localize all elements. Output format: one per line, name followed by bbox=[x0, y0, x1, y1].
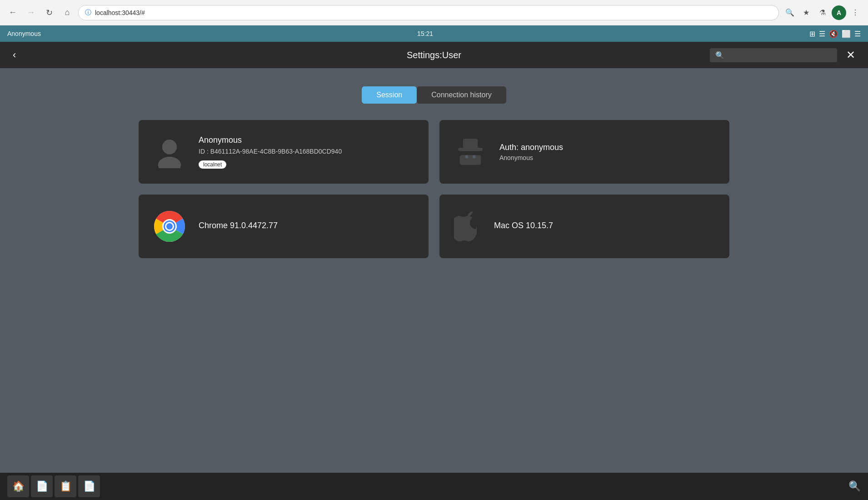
main-content: Session Connection history Anonymous ID … bbox=[0, 68, 868, 473]
svg-point-6 bbox=[473, 155, 476, 158]
user-id: ID : B461112A-98AE-4C8B-9B63-A168BD0CD94… bbox=[199, 147, 414, 156]
os-name: Mac OS 10.15.7 bbox=[494, 221, 715, 230]
app-title: Settings:User bbox=[407, 50, 461, 60]
header-right: 🔍 ✕ bbox=[710, 47, 859, 63]
os-icon-list[interactable]: ☰ bbox=[819, 30, 825, 38]
search-input[interactable] bbox=[728, 51, 832, 59]
svg-point-5 bbox=[465, 155, 468, 158]
taskbar-home[interactable]: 🏠 bbox=[7, 475, 29, 497]
tab-connection-history[interactable]: Connection history bbox=[417, 86, 506, 104]
zoom-button[interactable]: 🔍 bbox=[783, 5, 797, 20]
os-bar: Anonymous 15:21 ⊞ ☰ 🔇 ⬜ ☰ bbox=[0, 25, 868, 42]
user-name: Anonymous bbox=[199, 135, 414, 145]
os-icon-window[interactable]: ⬜ bbox=[842, 30, 851, 38]
cards-grid: Anonymous ID : B461112A-98AE-4C8B-9B63-A… bbox=[139, 120, 729, 258]
taskbar-doc3[interactable]: 📄 bbox=[78, 475, 100, 497]
browser-card-content: Chrome 91.0.4472.77 bbox=[199, 221, 414, 232]
svg-rect-4 bbox=[460, 155, 481, 165]
tab-bar: Session Connection history bbox=[36, 86, 832, 104]
url-text: localhost:30443/# bbox=[95, 9, 145, 16]
svg-point-0 bbox=[162, 140, 177, 154]
reload-button[interactable]: ↻ bbox=[42, 5, 56, 20]
taskbar-doc1[interactable]: 📄 bbox=[31, 475, 53, 497]
os-card-content: Mac OS 10.15.7 bbox=[494, 221, 715, 232]
browser-card: Chrome 91.0.4472.77 bbox=[139, 195, 429, 258]
address-bar[interactable]: ⓘ localhost:30443/# bbox=[78, 5, 779, 20]
back-button[interactable]: ← bbox=[5, 5, 20, 20]
bookmark-button[interactable]: ★ bbox=[799, 5, 813, 20]
auth-title: Auth: anonymous bbox=[499, 143, 715, 152]
chrome-icon bbox=[153, 210, 186, 243]
browser-name: Chrome 91.0.4472.77 bbox=[199, 221, 414, 230]
menu-button[interactable]: ⋮ bbox=[848, 5, 863, 20]
os-icon-mute[interactable]: 🔇 bbox=[829, 30, 838, 38]
os-user-label: Anonymous bbox=[7, 30, 41, 37]
forward-button[interactable]: → bbox=[24, 5, 38, 20]
user-card-content: Anonymous ID : B461112A-98AE-4C8B-9B63-A… bbox=[199, 135, 414, 169]
spy-icon bbox=[454, 135, 487, 168]
app-header: ‹ Settings:User 🔍 ✕ bbox=[0, 42, 868, 68]
svg-rect-3 bbox=[463, 139, 478, 149]
user-icon bbox=[153, 135, 186, 168]
browser-chrome: ← → ↻ ⌂ ⓘ localhost:30443/# 🔍 ★ ⚗ A ⋮ bbox=[0, 0, 868, 25]
os-icon-menu[interactable]: ☰ bbox=[854, 30, 861, 38]
os-icon-grid[interactable]: ⊞ bbox=[809, 30, 815, 38]
os-card: Mac OS 10.15.7 bbox=[439, 195, 729, 258]
apple-icon bbox=[454, 210, 481, 243]
os-time: 15:21 bbox=[41, 30, 809, 37]
search-box[interactable]: 🔍 bbox=[710, 48, 837, 62]
taskbar-search-icon[interactable]: 🔍 bbox=[848, 480, 861, 492]
auth-subtitle: Anonymous bbox=[499, 154, 715, 161]
close-button[interactable]: ✕ bbox=[843, 47, 859, 63]
app-back-button[interactable]: ‹ bbox=[9, 47, 20, 63]
auth-card-content: Auth: anonymous Anonymous bbox=[499, 143, 715, 161]
browser-actions: 🔍 ★ ⚗ A ⋮ bbox=[783, 5, 863, 20]
os-icons: ⊞ ☰ 🔇 ⬜ ☰ bbox=[809, 30, 861, 38]
extensions-button[interactable]: ⚗ bbox=[815, 5, 830, 20]
svg-point-11 bbox=[166, 223, 173, 230]
home-button[interactable]: ⌂ bbox=[60, 5, 75, 20]
user-tag: localnet bbox=[199, 160, 226, 169]
auth-card: Auth: anonymous Anonymous bbox=[439, 120, 729, 184]
user-card: Anonymous ID : B461112A-98AE-4C8B-9B63-A… bbox=[139, 120, 429, 184]
taskbar-doc2[interactable]: 📋 bbox=[55, 475, 76, 497]
search-icon: 🔍 bbox=[715, 51, 724, 60]
profile-button[interactable]: A bbox=[832, 5, 846, 20]
tab-session[interactable]: Session bbox=[362, 86, 417, 104]
taskbar: 🏠 📄 📋 📄 🔍 bbox=[0, 473, 868, 500]
info-icon: ⓘ bbox=[85, 9, 91, 17]
svg-point-1 bbox=[158, 157, 181, 168]
